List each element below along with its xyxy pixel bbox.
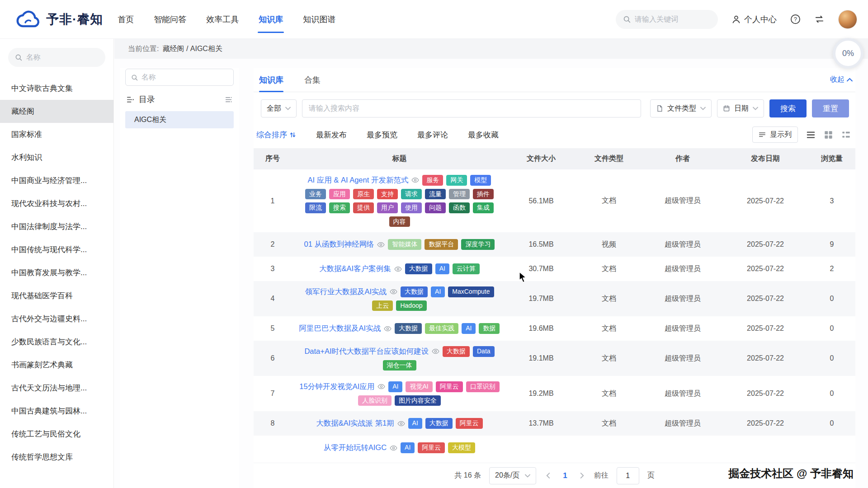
doc-title-link[interactable]: AI 应用 & AI Agent 开发新范式 [308, 175, 409, 185]
chevron-down-icon [525, 474, 530, 478]
next-page-icon[interactable] [578, 473, 586, 479]
eye-icon[interactable] [390, 288, 397, 296]
help-icon[interactable]: ? [790, 14, 801, 24]
sidebar-item[interactable]: 现代基础医学百科 [0, 284, 113, 307]
columns-icon [759, 131, 766, 138]
doc-title-link[interactable]: 15分钟开发视觉AI应用 [299, 382, 374, 392]
sidebar-item[interactable]: 中文诗歌古典文集 [0, 77, 113, 100]
navbar-search-input[interactable] [635, 15, 711, 23]
nav-item[interactable]: 知识库 [258, 12, 284, 27]
documents-table: 序号 标题 文件大小 文件类型 作者 发布日期 浏览量 1AI 应用 & AI … [254, 148, 855, 463]
grid-view-icon[interactable] [824, 130, 833, 140]
row-size: 13.7MB [507, 411, 575, 436]
eye-icon[interactable] [394, 265, 402, 273]
sidebar-item[interactable]: 中国传统与现代科学... [0, 238, 113, 261]
row-date: 2025-07-22 [722, 341, 808, 376]
content-search-input[interactable] [309, 104, 634, 113]
row-type: 文档 [575, 341, 643, 376]
total-count: 共 16 条 [454, 471, 481, 480]
content-area: 当前位置: 藏经阁 / AIGC相关 目录 [114, 39, 868, 488]
sidebar-item[interactable]: 书画篆刻艺术典藏 [0, 353, 113, 376]
category-select[interactable]: 全部 [261, 99, 297, 117]
nav-item[interactable]: 首页 [117, 12, 135, 27]
doc-title-link[interactable]: 从零开始玩转AIGC [324, 443, 387, 453]
app-root: 予非·睿知 首页智能问答效率工具知识库知识图谱 个人中心 ? [0, 0, 868, 488]
table-row: 从零开始玩转AIGCAI阿里云大模型 [254, 436, 855, 460]
list-view-icon[interactable] [806, 130, 816, 140]
breadcrumb: 当前位置: 藏经阁 / AIGC相关 [114, 39, 868, 59]
sidebar-item[interactable]: 少数民族语言与文化... [0, 330, 113, 353]
tag: 应用 [329, 189, 350, 200]
sidebar-item[interactable]: 传统哲学思想文库 [0, 446, 113, 469]
navbar-search[interactable] [616, 10, 718, 29]
doc-title-link[interactable]: 大数据&AI实战派 第1期 [316, 418, 394, 428]
sort-option[interactable]: 综合排序 [256, 130, 296, 140]
sidebar-item[interactable]: 中国教育发展与教学... [0, 261, 113, 284]
content-search[interactable] [302, 99, 641, 117]
profile-center-link[interactable]: 个人中心 [731, 14, 777, 25]
row-index: 5 [254, 316, 292, 341]
reset-button[interactable]: 重置 [812, 99, 849, 117]
sidebar-item[interactable]: 传统工艺与民俗文化 [0, 422, 113, 446]
current-page[interactable]: 1 [560, 471, 570, 480]
directory-title: 目录 [139, 94, 155, 105]
nav-item[interactable]: 智能问答 [153, 12, 187, 27]
sidebar-item[interactable]: 水利知识 [0, 146, 113, 169]
sidebar-item[interactable]: 古代外交与边疆史料... [0, 307, 113, 330]
doc-title-link[interactable]: 大数据&AI客户案例集 [319, 264, 391, 274]
eye-icon[interactable] [390, 444, 397, 452]
row-title-cell: AI 应用 & AI Agent 开发新范式服务网关模型业务应用原生支持请求流量… [292, 169, 507, 232]
chevron-down-icon [700, 107, 706, 110]
eye-icon[interactable] [384, 325, 392, 333]
search-button[interactable]: 搜索 [769, 99, 807, 117]
page-size-select[interactable]: 20条/页 [489, 467, 536, 484]
sidebar-item[interactable]: 中国古典建筑与园林... [0, 399, 113, 422]
directory-item-aigc[interactable]: AIGC相关 [125, 111, 234, 128]
sidebar-item[interactable]: 古代天文历法与地理... [0, 376, 113, 399]
sidebar-item[interactable]: 国家标准 [0, 123, 113, 146]
eye-icon[interactable] [377, 241, 385, 249]
doc-title-link[interactable]: 领军行业大数据及AI实战 [305, 287, 387, 297]
sidebar-item[interactable]: 藏经阁 [0, 100, 113, 123]
filter-row: 全部 文件类型 [261, 99, 849, 117]
sidebar-item[interactable]: 中国商业与经济管理... [0, 169, 113, 192]
eye-icon[interactable] [411, 176, 419, 184]
sidebar-search-input[interactable] [26, 53, 99, 61]
date-select[interactable]: 日期 [717, 99, 764, 117]
directory-search-input[interactable] [142, 73, 228, 81]
sort-option[interactable]: 最多收藏 [468, 130, 499, 140]
nav-item[interactable]: 知识图谱 [302, 12, 336, 27]
brand[interactable]: 予非·睿知 [16, 10, 103, 29]
tab-knowledge-base[interactable]: 知识库 [259, 68, 283, 92]
avatar[interactable] [838, 10, 857, 29]
tag: 大数据 [425, 418, 453, 429]
switch-icon[interactable] [814, 14, 825, 24]
eye-icon[interactable] [397, 420, 405, 427]
detail-view-icon[interactable] [841, 130, 851, 140]
row-date: 2025-07-22 [722, 316, 808, 341]
directory-search[interactable] [125, 69, 234, 86]
col-header-type: 文件类型 [575, 148, 643, 169]
doc-title-link[interactable]: 阿里巴巴大数据及AI实战 [299, 324, 381, 333]
doc-title-link[interactable]: Data+AI时代大数据平台应该如何建设 [304, 347, 429, 357]
tab-collections[interactable]: 合集 [304, 68, 321, 92]
collapse-all-icon[interactable] [224, 95, 233, 104]
nav-item[interactable]: 效率工具 [205, 12, 240, 27]
sort-option[interactable]: 最多评论 [417, 130, 448, 140]
prev-page-icon[interactable] [544, 473, 552, 479]
sidebar-search[interactable] [8, 48, 105, 67]
sort-option[interactable]: 最多预览 [367, 130, 397, 140]
eye-icon[interactable] [432, 347, 439, 355]
row-author: 超级管理员 [643, 257, 722, 281]
goto-page-input[interactable] [617, 467, 639, 484]
sidebar-item[interactable]: 现代农业科技与农村... [0, 192, 113, 215]
doc-title-link[interactable]: 01 从函数到神经网络 [304, 239, 374, 249]
sidebar-item[interactable]: 中国法律制度与法学... [0, 215, 113, 238]
sort-option[interactable]: 最新发布 [316, 130, 347, 140]
file-type-select[interactable]: 文件类型 [650, 99, 712, 117]
navbar-right: 个人中心 ? [616, 10, 857, 29]
collapse-toggle[interactable]: 收起 [830, 75, 853, 84]
eye-icon[interactable] [377, 383, 385, 390]
display-columns-button[interactable]: 显示列 [752, 127, 798, 143]
table-row: 6Data+AI时代大数据平台应该如何建设大数据Data湖仓一体19.1MB文档… [254, 341, 855, 376]
